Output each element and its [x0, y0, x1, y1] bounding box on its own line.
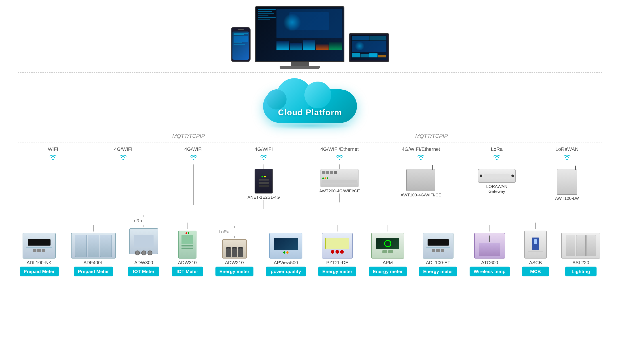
- bottom-devices-row: ADL100-NK Prepaid Meter ADF400L Prepaid …: [0, 215, 620, 276]
- ascb-img: [524, 231, 547, 258]
- wifi-icon-4: [260, 153, 268, 161]
- wifi-icon-7: [493, 153, 501, 161]
- gw-col-lorawan: LoRa: [475, 146, 519, 162]
- mqtt-label-left: MQTT/TCPIP: [172, 133, 205, 139]
- svg-point-3: [263, 159, 264, 160]
- adw310-img: [178, 231, 197, 258]
- gw-device-awt100: AWT100-4G/WIFI/CE: [393, 165, 449, 206]
- adw210-badge: Energy meter: [216, 267, 253, 276]
- wifi-icon-5: [336, 153, 343, 161]
- adf400l-model-label: ADF400L: [83, 260, 103, 265]
- awt100-label: AWT100-4G/WIFI/CE: [401, 193, 441, 197]
- apview500-img: [269, 233, 302, 258]
- protocol-labels-row: WIFI 4G/WIFI 4G/WIFI 4G/WIFI 4G/WIFI/Eth…: [0, 146, 620, 162]
- apview500-model-label: APView500: [274, 260, 298, 265]
- gw-col-4gwifi2: 4G/WIFI: [171, 146, 216, 162]
- gw-col-anet: 4G/WIFI: [241, 146, 286, 162]
- svg-point-4: [339, 159, 340, 160]
- svg-point-7: [566, 159, 568, 160]
- bottom-device-apview500: APView500 power quality: [266, 225, 306, 276]
- wifi-icon-1: [49, 153, 57, 162]
- mqtt-labels-row: MQTT/TCPIP MQTT/TCPIP: [0, 133, 620, 139]
- asl220-badge: Lighting: [565, 267, 597, 276]
- gw-device-lorawan: LORAWAN Gateway: [475, 165, 519, 198]
- bottom-separator: [18, 210, 602, 210]
- awt100lw-device-img: [557, 169, 577, 195]
- adl100nk-model-label: ADL100-NK: [27, 260, 52, 265]
- adw210-lora-label: LoRa: [219, 229, 230, 234]
- adw310-badge: IOT Meter: [172, 267, 203, 276]
- page-container: Cloud Platform MQTT/TCPIP MQTT/TCPIP WIF…: [0, 0, 620, 288]
- gw-device-awt200: AWT200-4G/WIFI/CE: [311, 165, 367, 202]
- svg-point-6: [496, 159, 497, 160]
- apm-model-label: APM: [383, 260, 393, 265]
- awt100lw-label: AWT100-LW: [555, 196, 579, 201]
- adw300-badge: IOT Meter: [128, 267, 159, 276]
- awt200-label: AWT200-4G/WIFI/CE: [319, 189, 360, 194]
- anet-device-img: [255, 169, 273, 194]
- adw210-img: [222, 239, 247, 258]
- middle-divider: [18, 143, 602, 143]
- bottom-device-adf400l: ADF400L Prepaid Meter: [71, 225, 116, 276]
- bottom-device-adl100et: ADL100-ET Energy meter: [419, 225, 457, 276]
- gw-col-awt200: 4G/WIFI/Ethernet: [311, 146, 367, 162]
- svg-point-5: [420, 159, 421, 160]
- adw300-img: [129, 228, 158, 254]
- svg-point-1: [123, 159, 124, 160]
- cloud-shape: Cloud Platform: [261, 76, 359, 130]
- gw-col-awt100lw: LoRaWAN: [545, 146, 589, 162]
- lorawan-device-img: [478, 169, 516, 183]
- wifi-icon-3: [189, 153, 198, 161]
- top-devices-row: [0, 0, 620, 69]
- atc600-img: [474, 233, 505, 258]
- wifi-icon-8: [563, 153, 571, 161]
- tablet-device: [349, 33, 389, 62]
- wifi-icon-6: [417, 153, 425, 161]
- gw-device-4gwifi1: [101, 165, 145, 205]
- bottom-device-asl220: ASL220 Lighting: [561, 225, 600, 276]
- adf400l-badge: Prepaid Meter: [74, 267, 113, 276]
- gw-device-anet: ANET-1E2S1-4G: [241, 165, 286, 209]
- atc600-badge: Wireless temp: [470, 267, 510, 276]
- gw-col-wifi: WIFI: [31, 146, 75, 162]
- mqtt-label-right: MQTT/TCPIP: [415, 133, 448, 139]
- bottom-device-atc600: ATC600 Wireless temp: [470, 225, 510, 276]
- awt200-device-img: [321, 169, 358, 187]
- gw-col-awt100: 4G/WIFI/Ethernet: [393, 146, 449, 162]
- adl100et-img: [423, 233, 453, 258]
- asl220-img: [561, 233, 600, 258]
- gw-device-4gwifi2: [171, 165, 216, 205]
- apm-img: [371, 233, 404, 258]
- vert-line-wifi: [53, 165, 53, 205]
- adw310-model-label: ADW310: [178, 260, 197, 265]
- atc600-model-label: ATC600: [481, 260, 498, 265]
- gw-col-4gwifi1: 4G/WIFI: [101, 146, 145, 162]
- gateway-devices-row: ANET-1E2S1-4G AWT20: [0, 165, 620, 210]
- adw300-model-label: ADW300: [134, 260, 153, 265]
- bottom-device-adw300: LoRa ADW300 IOT Meter: [128, 215, 159, 276]
- ascb-badge: MCB: [522, 267, 549, 276]
- adl100nk-badge: Prepaid Meter: [20, 267, 59, 276]
- adf400l-img: [71, 233, 116, 258]
- anet-label: ANET-1E2S1-4G: [248, 195, 280, 200]
- lorawan-label: LORAWAN Gateway: [486, 184, 507, 194]
- asl220-model-label: ASL220: [573, 260, 589, 265]
- protocol-wifi: WIFI: [48, 146, 58, 152]
- phone-device: [231, 27, 250, 62]
- svg-point-2: [193, 159, 194, 160]
- bottom-device-pzt2lde: PZT2L-DE Energy meter: [318, 225, 356, 276]
- pzt2lde-img: [322, 233, 353, 258]
- apm-badge: Energy meter: [369, 267, 407, 276]
- adl100et-model-label: ADL100-ET: [426, 260, 450, 265]
- adw210-model-label: ADW210: [225, 260, 244, 265]
- bottom-device-ascb: ASCB MCB: [522, 223, 549, 276]
- gw-device-awt100lw: AWT100-LW: [545, 165, 589, 210]
- gw-device-wifi: [31, 165, 75, 205]
- pzt2lde-badge: Energy meter: [318, 267, 356, 276]
- top-divider: [18, 72, 602, 73]
- adl100nk-img: [23, 233, 56, 258]
- bottom-device-adw310: ADW310 IOT Meter: [172, 223, 203, 276]
- adl100et-badge: Energy meter: [419, 267, 457, 276]
- monitor-device: [255, 6, 344, 69]
- bottom-device-adl100nk: ADL100-NK Prepaid Meter: [20, 225, 59, 276]
